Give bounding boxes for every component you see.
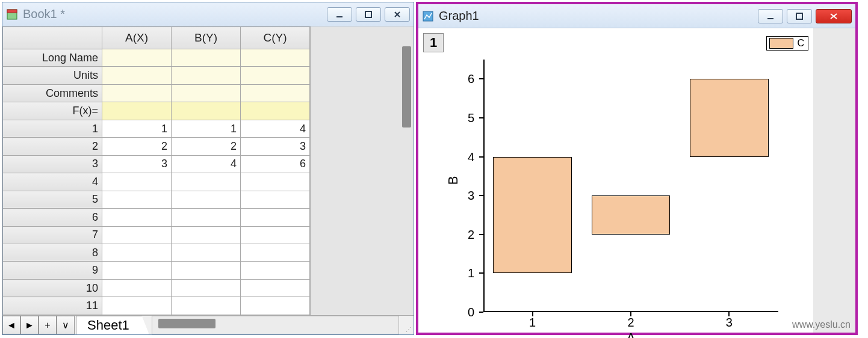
graph-body[interactable]: 1 C B A www.yeslu.cn 0123456123 <box>418 28 855 333</box>
meta-cell[interactable] <box>102 67 172 84</box>
legend-swatch <box>769 38 793 49</box>
row-header[interactable]: 4 <box>3 173 102 191</box>
data-cell[interactable] <box>172 262 241 279</box>
legend[interactable]: C <box>766 36 808 51</box>
data-cell[interactable]: 3 <box>102 155 172 173</box>
row-header[interactable]: 5 <box>3 191 102 208</box>
sheet-nav-add[interactable]: + <box>39 316 57 334</box>
meta-row-header[interactable]: F(x)= <box>3 102 102 120</box>
row-header[interactable]: 8 <box>3 244 102 261</box>
layer-badge[interactable]: 1 <box>423 33 444 52</box>
bar[interactable] <box>592 195 671 235</box>
meta-cell[interactable] <box>102 49 172 67</box>
resize-grip[interactable]: ⋰ <box>399 316 414 334</box>
x-tick-label: 3 <box>726 316 733 330</box>
worksheet-table[interactable]: A(X) B(Y) C(Y) Long NameUnitsCommentsF(x… <box>2 26 310 315</box>
meta-cell[interactable] <box>102 102 172 120</box>
minimize-button[interactable] <box>758 9 783 23</box>
y-tick-label: 1 <box>468 266 554 280</box>
data-cell[interactable] <box>172 279 241 297</box>
workbook-titlebar[interactable]: Book1 * <box>2 2 414 26</box>
graph-titlebar[interactable]: Graph1 <box>418 4 855 28</box>
data-cell[interactable]: 2 <box>172 138 241 155</box>
sheet-nav-prev[interactable]: ◄ <box>2 316 20 334</box>
meta-row-header[interactable]: Long Name <box>3 49 102 67</box>
data-cell[interactable] <box>102 297 172 315</box>
data-cell[interactable]: 2 <box>102 138 172 155</box>
svg-rect-8 <box>796 13 802 19</box>
meta-cell[interactable] <box>241 102 310 120</box>
y-tick-label: 4 <box>468 150 554 164</box>
y-tick-label: 5 <box>468 111 554 124</box>
vertical-scrollbar-thumb[interactable] <box>402 46 411 128</box>
data-cell[interactable] <box>172 209 241 226</box>
data-cell[interactable] <box>241 173 310 191</box>
meta-cell[interactable] <box>241 84 310 102</box>
data-cell[interactable] <box>172 191 241 208</box>
data-cell[interactable]: 1 <box>172 120 241 137</box>
row-header[interactable]: 7 <box>3 226 102 244</box>
workbook-footer: ◄ ► + ∨ Sheet1 ⋰ <box>2 315 414 334</box>
row-header[interactable]: 10 <box>3 279 102 297</box>
data-cell[interactable] <box>172 297 241 315</box>
maximize-button[interactable] <box>787 9 812 23</box>
row-header[interactable]: 3 <box>3 155 102 173</box>
data-cell[interactable]: 1 <box>102 120 172 137</box>
row-header[interactable]: 11 <box>3 297 102 315</box>
close-button[interactable] <box>816 9 852 23</box>
corner-cell[interactable] <box>3 27 102 49</box>
data-cell[interactable] <box>241 262 310 279</box>
column-header-c[interactable]: C(Y) <box>241 27 310 49</box>
meta-row-header[interactable]: Comments <box>3 84 102 102</box>
meta-cell[interactable] <box>241 67 310 84</box>
data-cell[interactable]: 4 <box>241 120 310 137</box>
meta-cell[interactable] <box>172 102 241 120</box>
minimize-button[interactable] <box>327 7 352 22</box>
data-cell[interactable]: 6 <box>241 155 310 173</box>
row-header[interactable]: 9 <box>3 262 102 279</box>
data-cell[interactable]: 3 <box>241 138 310 155</box>
close-button[interactable] <box>385 7 410 22</box>
meta-cell[interactable] <box>172 67 241 84</box>
data-cell[interactable] <box>241 244 310 261</box>
sheet-nav-next[interactable]: ► <box>20 316 39 334</box>
meta-cell[interactable] <box>172 84 241 102</box>
data-cell[interactable] <box>102 244 172 261</box>
horizontal-scrollbar-track[interactable] <box>152 316 399 334</box>
data-cell[interactable] <box>102 226 172 244</box>
sheet-nav-expand[interactable]: ∨ <box>57 316 75 334</box>
data-cell[interactable] <box>102 209 172 226</box>
data-cell[interactable] <box>241 297 310 315</box>
data-cell[interactable] <box>172 244 241 261</box>
data-cell[interactable] <box>241 209 310 226</box>
data-cell[interactable]: 4 <box>172 155 241 173</box>
column-header-b[interactable]: B(Y) <box>172 27 241 49</box>
row-header[interactable]: 6 <box>3 209 102 226</box>
data-cell[interactable] <box>241 226 310 244</box>
sheet-tab[interactable]: Sheet1 <box>76 316 149 334</box>
x-tick-label: 2 <box>627 316 634 330</box>
horizontal-scrollbar-thumb[interactable] <box>158 319 215 328</box>
meta-cell[interactable] <box>172 49 241 67</box>
vertical-scrollbar-track[interactable] <box>310 26 414 315</box>
bar[interactable] <box>493 157 572 274</box>
data-cell[interactable] <box>102 279 172 297</box>
row-header[interactable]: 2 <box>3 138 102 155</box>
column-header-a[interactable]: A(X) <box>102 27 172 49</box>
row-header[interactable]: 1 <box>3 120 102 137</box>
meta-row-header[interactable]: Units <box>3 67 102 84</box>
data-cell[interactable] <box>172 226 241 244</box>
data-cell[interactable] <box>172 173 241 191</box>
workbook-title: Book1 * <box>23 7 327 21</box>
data-cell[interactable] <box>102 173 172 191</box>
bar[interactable] <box>690 79 769 156</box>
graph-window: Graph1 1 C B A www.yeslu.cn 0123456123 <box>416 2 858 335</box>
data-cell[interactable] <box>102 191 172 208</box>
data-cell[interactable] <box>241 279 310 297</box>
maximize-button[interactable] <box>356 7 381 22</box>
meta-cell[interactable] <box>241 49 310 67</box>
data-cell[interactable] <box>241 191 310 208</box>
y-tick-label: 0 <box>468 306 554 319</box>
meta-cell[interactable] <box>102 84 172 102</box>
data-cell[interactable] <box>102 262 172 279</box>
